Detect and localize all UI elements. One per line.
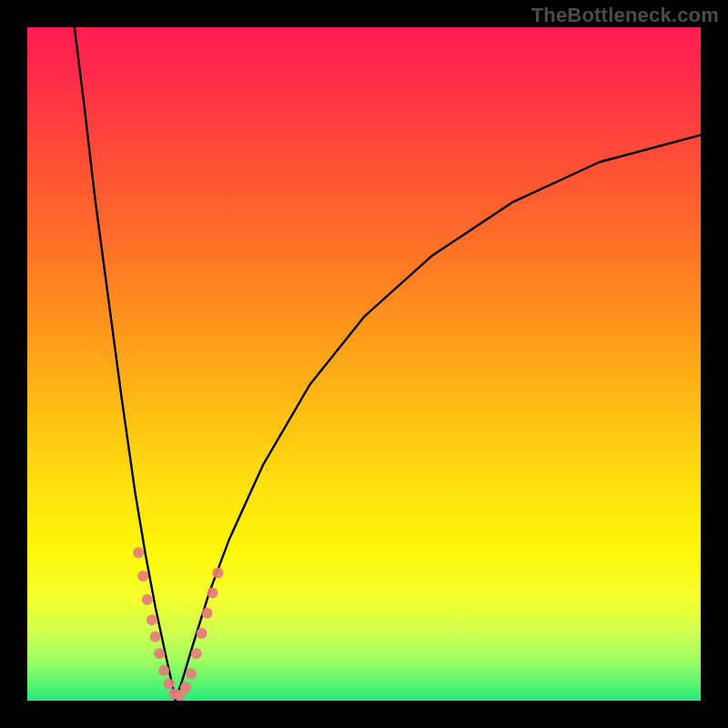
marker-dot xyxy=(186,668,197,679)
gradient-background xyxy=(27,27,701,701)
plot-frame xyxy=(27,27,701,701)
marker-dot xyxy=(191,648,202,659)
marker-dot xyxy=(207,588,218,599)
plot-svg xyxy=(27,27,701,701)
marker-dot xyxy=(133,547,144,558)
marker-dot xyxy=(142,594,153,605)
marker-dot xyxy=(150,632,161,642)
watermark-text: TheBottleneck.com xyxy=(531,4,719,27)
marker-dot xyxy=(147,614,157,625)
chart-container: TheBottleneck.com xyxy=(0,0,728,728)
marker-dot xyxy=(202,608,213,619)
marker-dot xyxy=(137,571,148,581)
marker-dot xyxy=(163,679,174,690)
marker-dot xyxy=(180,682,191,693)
marker-dot xyxy=(197,628,207,639)
marker-dot xyxy=(212,567,223,578)
marker-dot xyxy=(158,665,169,676)
marker-dot xyxy=(154,648,165,659)
